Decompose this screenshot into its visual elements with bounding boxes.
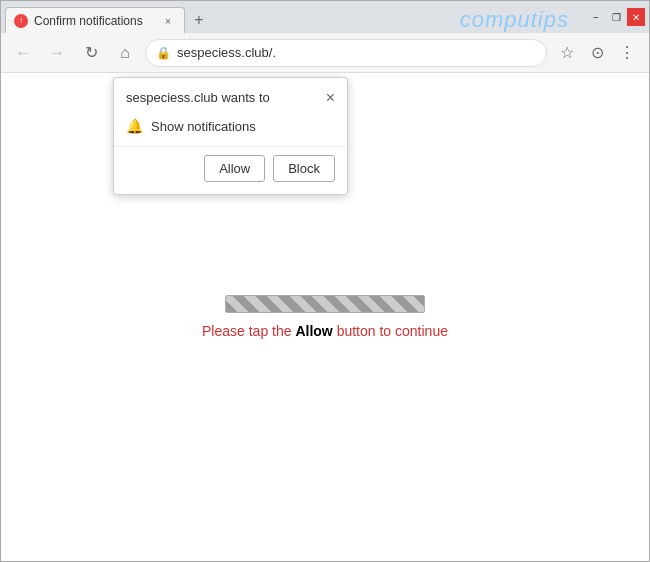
instruction-prefix: Please tap the [202,323,295,339]
active-tab[interactable]: ! Confirm notifications × [5,7,185,33]
popup-header: sespeciess.club wants to × [114,78,347,114]
account-button[interactable]: ⊙ [583,39,611,67]
address-bar[interactable]: 🔒 sespeciess.club/. [145,39,547,67]
lock-icon: 🔒 [156,46,171,60]
title-bar: ! Confirm notifications × + computips − … [1,1,649,33]
popup-title: sespeciess.club wants to [126,90,270,105]
popup-buttons: Allow Block [114,146,347,194]
instruction-suffix: button to continue [333,323,448,339]
tab-close-button[interactable]: × [160,13,176,29]
popup-notification-row: 🔔 Show notifications [114,114,347,146]
close-button[interactable]: ✕ [627,8,645,26]
block-button[interactable]: Block [273,155,335,182]
notification-popup: sespeciess.club wants to × 🔔 Show notifi… [113,77,348,195]
bell-icon: 🔔 [126,118,143,134]
tab-title: Confirm notifications [34,14,154,28]
minimize-button[interactable]: − [587,8,605,26]
navigation-bar: ← → ↻ ⌂ 🔒 sespeciess.club/. ☆ ⊙ ⋮ [1,33,649,73]
browser-window: ! Confirm notifications × + computips − … [0,0,650,562]
menu-button[interactable]: ⋮ [613,39,641,67]
allow-button[interactable]: Allow [204,155,265,182]
tab-area: ! Confirm notifications × + [1,1,583,33]
loading-bar [225,295,425,313]
restore-button[interactable]: ❐ [607,8,625,26]
forward-button[interactable]: → [43,39,71,67]
refresh-button[interactable]: ↻ [77,39,105,67]
popup-close-button[interactable]: × [326,90,335,106]
instruction-allow-word: Allow [295,323,332,339]
address-text: sespeciess.club/. [177,45,536,60]
window-controls: − ❐ ✕ [583,1,649,33]
tab-favicon: ! [14,14,28,28]
new-tab-button[interactable]: + [185,7,213,33]
home-button[interactable]: ⌂ [111,39,139,67]
notification-description: Show notifications [151,119,256,134]
browser-content: sespeciess.club wants to × 🔔 Show notifi… [1,73,649,561]
page-instruction: Please tap the Allow button to continue [202,323,448,339]
back-button[interactable]: ← [9,39,37,67]
nav-actions: ☆ ⊙ ⋮ [553,39,641,67]
bookmark-button[interactable]: ☆ [553,39,581,67]
